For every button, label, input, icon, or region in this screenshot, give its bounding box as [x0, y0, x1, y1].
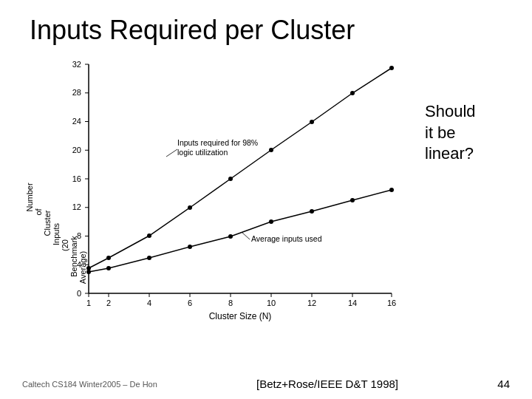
svg-text:6: 6: [188, 299, 192, 307]
svg-text:of: of: [34, 208, 43, 215]
side-note: Should it be linear?: [425, 101, 476, 165]
svg-point-61: [310, 209, 314, 214]
svg-text:16: 16: [72, 174, 81, 183]
svg-text:1: 1: [86, 299, 91, 307]
svg-point-51: [269, 148, 273, 152]
footer-left-text: Caltech CS184 Winter2005 – De Hon: [22, 380, 157, 389]
svg-point-60: [269, 219, 273, 224]
svg-text:20: 20: [72, 146, 81, 154]
svg-text:12: 12: [307, 299, 316, 307]
page-number: 44: [497, 378, 510, 390]
footer-citation: [Betz+Rose/IEEE D&T 1998]: [157, 378, 497, 390]
svg-text:2: 2: [106, 299, 111, 307]
svg-point-48: [147, 233, 151, 238]
svg-point-56: [106, 266, 111, 270]
svg-point-58: [188, 245, 192, 249]
svg-point-55: [86, 270, 91, 274]
svg-text:Benchmark: Benchmark: [69, 236, 78, 277]
svg-text:12: 12: [72, 202, 81, 211]
footer: Caltech CS184 Winter2005 – De Hon [Betz+…: [0, 378, 532, 390]
svg-line-68: [242, 233, 250, 239]
svg-text:28: 28: [72, 88, 81, 97]
svg-text:Inputs: Inputs: [52, 223, 61, 245]
svg-text:10: 10: [267, 299, 276, 307]
svg-point-59: [228, 234, 233, 239]
svg-point-47: [106, 256, 111, 260]
svg-line-66: [166, 149, 177, 157]
svg-text:Cluster: Cluster: [43, 210, 52, 236]
svg-text:32: 32: [72, 60, 81, 69]
svg-text:logic utilization: logic utilization: [177, 148, 228, 157]
chart-svg: 0 4 8 12 16 20 24: [22, 57, 414, 330]
chart-container: 0 4 8 12 16 20 24: [22, 57, 414, 330]
svg-text:(20: (20: [61, 239, 69, 251]
content-area: 0 4 8 12 16 20 24: [22, 57, 510, 330]
svg-point-63: [389, 188, 394, 192]
slide: Inputs Required per Cluster 0 4: [0, 0, 532, 399]
svg-text:Inputs required for 98%: Inputs required for 98%: [177, 138, 258, 147]
svg-point-52: [310, 120, 314, 124]
page-title: Inputs Required per Cluster: [30, 15, 510, 46]
svg-point-50: [228, 177, 233, 181]
svg-text:Number: Number: [25, 183, 34, 211]
svg-point-54: [389, 66, 394, 70]
svg-point-53: [350, 91, 355, 95]
svg-text:16: 16: [387, 299, 396, 307]
svg-point-62: [350, 198, 355, 202]
svg-text:Cluster Size (N): Cluster Size (N): [209, 311, 272, 321]
svg-text:8: 8: [228, 299, 233, 307]
svg-text:24: 24: [72, 117, 81, 126]
svg-text:Average): Average): [78, 251, 87, 284]
svg-text:14: 14: [348, 299, 357, 307]
svg-text:Average inputs used: Average inputs used: [251, 234, 322, 243]
svg-text:0: 0: [77, 289, 81, 298]
svg-text:4: 4: [147, 299, 151, 307]
svg-point-49: [188, 205, 192, 210]
svg-point-57: [147, 256, 151, 260]
